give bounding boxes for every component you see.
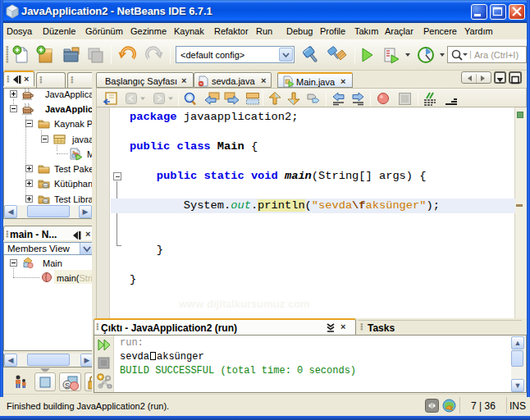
svg-text:S: S: [65, 381, 70, 390]
